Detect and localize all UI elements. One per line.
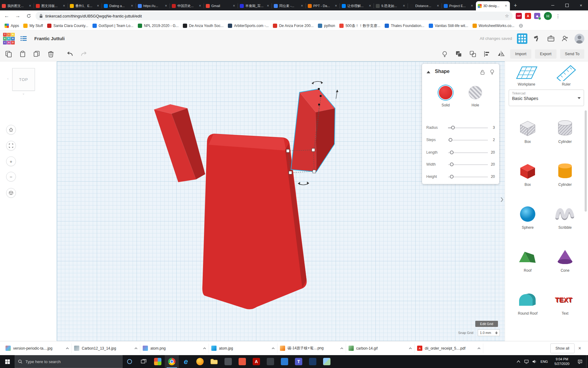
bookmark-item[interactable]: Thales Foundation... [383, 23, 426, 29]
new-tab-button[interactable]: + [511, 1, 520, 10]
download-item[interactable]: atom.jpg [209, 343, 277, 353]
extension-icon-with-badge[interactable]: ◆ [534, 13, 540, 19]
shape-library-dropdown[interactable]: Tinkercad Basic Shapes [509, 90, 584, 106]
taskbar-app-7[interactable] [235, 355, 249, 368]
ruler-tool[interactable]: Ruler [552, 64, 580, 86]
browser-tab[interactable]: 9.恐龙如...× [374, 1, 408, 10]
tab-close-icon[interactable]: × [266, 4, 270, 8]
tab-close-icon[interactable]: × [470, 4, 474, 8]
rotate-handle-bottom[interactable] [298, 182, 309, 185]
slider-track[interactable] [448, 164, 488, 165]
taskbar-app-acrobat[interactable]: A [249, 355, 263, 368]
shape-tile-cylinder[interactable]: Cylinder [548, 161, 582, 187]
orbit-down-icon[interactable]: ⌄ [22, 91, 25, 95]
browser-tab[interactable]: 番外1、E...× [68, 1, 102, 10]
hide-shape-button[interactable] [489, 69, 496, 75]
download-item[interactable]: version-periodic-ta....jpg [3, 343, 72, 353]
shape-tile-scribble[interactable]: Scribble [548, 204, 582, 230]
browser-tab[interactable]: 图文排版...× [34, 1, 68, 10]
zoom-in-button[interactable]: + [6, 156, 16, 166]
send-to-button[interactable]: Send To [560, 49, 584, 59]
taskbar-app-photo-thumb[interactable] [320, 355, 334, 368]
tinker-button[interactable] [532, 34, 541, 43]
design-title[interactable]: Frantic Juttuli [34, 36, 65, 41]
scale-handle[interactable] [289, 171, 292, 174]
spinner-icon[interactable] [495, 332, 498, 334]
shape-tile-round-roof[interactable]: Round Roof [511, 290, 545, 316]
copy-button[interactable] [3, 48, 14, 59]
shape-tile-text[interactable]: TEXT TEXT Text [548, 290, 582, 316]
tab-close-icon[interactable]: × [198, 4, 202, 8]
scale-handle[interactable] [286, 149, 289, 152]
shape-tile-sphere[interactable]: Sphere [511, 204, 545, 230]
snap-grid-dropdown[interactable]: 1.0 mm [478, 329, 500, 336]
search-input[interactable] [25, 359, 112, 364]
browser-tab[interactable]: Gmail× [204, 1, 238, 10]
tab-close-icon[interactable]: × [300, 4, 304, 8]
redo-button[interactable] [78, 48, 89, 59]
download-menu-icon[interactable] [66, 347, 69, 349]
slider-knob[interactable] [450, 151, 454, 154]
download-item[interactable]: carbon-14.gif [346, 343, 415, 353]
download-menu-icon[interactable] [340, 347, 343, 349]
volume-tray-icon[interactable] [530, 355, 538, 368]
workplane-tool[interactable]: Workplane [513, 64, 540, 86]
shape-tile-cylinder-hole[interactable]: Cylinder [548, 118, 582, 144]
browser-tab[interactable]: 让你理解...× [340, 1, 374, 10]
browser-tab[interactable]: 中国历史...× [170, 1, 204, 10]
bookmark-item[interactable]: My Stuff [21, 23, 45, 29]
shape-right-box-selected[interactable] [291, 89, 335, 172]
undo-button[interactable] [64, 48, 75, 59]
tab-close-icon[interactable]: × [334, 4, 338, 8]
raise-arrow-handle[interactable] [336, 90, 338, 99]
start-button[interactable] [0, 355, 15, 368]
show-desktop-strip[interactable] [586, 355, 588, 368]
taskbar-app-chrome[interactable] [165, 355, 179, 368]
slider-track[interactable] [448, 140, 488, 140]
scale-handle[interactable] [312, 148, 315, 151]
invite-button[interactable] [560, 34, 570, 43]
height-handle[interactable] [320, 95, 322, 97]
bookmark-item[interactable]: GotSport | Team Lo... [90, 23, 136, 29]
browser-tab[interactable]: Project E...× [442, 1, 476, 10]
panel-collapse-button[interactable] [499, 195, 505, 204]
download-item[interactable]: Carbon12_13_14.jpg [72, 343, 140, 353]
view-cube[interactable]: TOP [12, 68, 35, 91]
language-indicator[interactable]: ENG [538, 360, 550, 363]
tab-close-icon[interactable]: × [62, 4, 66, 8]
slider-track[interactable] [448, 177, 488, 177]
bookmark-item[interactable]: De Anza Youth Soc... [181, 23, 226, 29]
shape-left-box[interactable] [154, 104, 205, 182]
download-item[interactable]: A dii_order_receipt_5....pdf [415, 343, 483, 353]
slider-knob[interactable] [451, 126, 455, 129]
network-tray-icon[interactable] [522, 355, 530, 368]
bookmark-apps[interactable]: Apps [2, 23, 21, 29]
browser-tab[interactable]: 我的图文...× [0, 1, 34, 10]
bookmark-star-icon[interactable]: ☆ [505, 13, 509, 19]
tinkercad-logo[interactable]: TIN KER CAD [3, 33, 15, 44]
blocks-view-button[interactable] [517, 33, 527, 44]
tab-close-icon[interactable]: × [130, 4, 134, 8]
browser-profile-avatar[interactable]: H [544, 12, 552, 20]
duplicate-button[interactable] [31, 48, 42, 59]
download-menu-icon[interactable] [409, 347, 412, 349]
bookmark-item[interactable]: NPL 2019-2020 - G... [136, 23, 181, 29]
taskbar-app-teams[interactable]: T [292, 355, 306, 368]
taskbar-app-file-explorer[interactable] [207, 355, 221, 368]
bookmark-item[interactable]: python [316, 23, 337, 29]
browser-menu-icon[interactable]: ⋮ [555, 13, 561, 19]
task-view-button[interactable] [137, 355, 151, 368]
ungroup-button[interactable] [467, 48, 478, 59]
adblock-extension-icon[interactable]: ABP [516, 13, 522, 19]
import-button[interactable]: Import [510, 49, 531, 59]
shape-tile-roof[interactable]: Roof [511, 247, 545, 273]
align-button[interactable] [481, 48, 492, 59]
slider-knob[interactable] [450, 163, 454, 166]
download-menu-icon[interactable] [272, 347, 275, 349]
portfolio-button[interactable] [546, 34, 556, 43]
tab-close-icon[interactable]: × [436, 4, 440, 8]
group-button[interactable] [453, 48, 464, 59]
bookmark-item[interactable]: De Anza Force 200... [271, 23, 316, 29]
taskbar-clock[interactable]: 9:04 PM 5/27/2020 [550, 357, 574, 366]
shape-tile-partial[interactable] [548, 333, 582, 341]
